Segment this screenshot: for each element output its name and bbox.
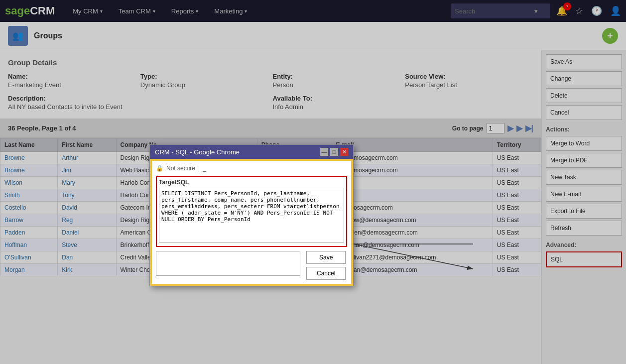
logo-sage: sage xyxy=(5,4,30,17)
logo-crm: CRM xyxy=(30,4,55,17)
delete-button[interactable]: Delete xyxy=(546,88,622,103)
detail-entity: Entity: Person xyxy=(273,73,401,89)
nav-item-reports[interactable]: Reports ▾ xyxy=(163,0,207,22)
close-button[interactable]: ✕ xyxy=(340,148,348,156)
not-secure-label: Not secure xyxy=(166,165,195,172)
minimize-button[interactable]: — xyxy=(320,148,328,156)
url-text: _ xyxy=(203,165,206,172)
sql-textarea-container: TargetSQL xyxy=(156,176,347,247)
next-page-icon[interactable]: ▶ xyxy=(516,123,522,133)
records-count: 36 People, Page 1 of 4 xyxy=(8,124,76,132)
sql-output xyxy=(156,251,300,276)
go-page-arrow[interactable]: ▶ xyxy=(507,123,513,133)
modal-title: CRM - SQL - Google Chrome xyxy=(155,148,240,156)
page-title: Groups xyxy=(34,31,62,40)
last-page-icon[interactable]: ▶| xyxy=(525,123,533,133)
available-to-value: Info Admin xyxy=(273,103,303,111)
logo: sage CRM xyxy=(5,4,55,17)
new-task-button[interactable]: New Task xyxy=(546,170,622,185)
top-nav: sage CRM My CRM ▾ Team CRM ▾ Reports ▾ M… xyxy=(0,0,626,22)
not-secure-icon: 🔒 xyxy=(156,165,163,172)
search-input[interactable] xyxy=(455,7,534,15)
entity-label: Entity: xyxy=(273,73,401,80)
detail-available-to: Available To: Info Admin xyxy=(273,95,534,111)
export-to-file-button[interactable]: Export to File xyxy=(546,204,622,219)
modal-save-button[interactable]: Save xyxy=(306,251,346,264)
nav-icons: 🔔 7 ☆ 🕐 👤 xyxy=(556,5,621,16)
type-label: Type: xyxy=(140,73,269,80)
section-title: Group Details xyxy=(8,58,533,67)
source-view-label: Source View: xyxy=(405,73,533,80)
search-container: ▾ xyxy=(451,3,550,18)
nav-item-marketing[interactable]: Marketing ▾ xyxy=(206,0,255,22)
new-email-button[interactable]: New E-mail xyxy=(546,187,622,202)
bell-icon[interactable]: 🔔 7 xyxy=(556,5,567,16)
page-number-input[interactable] xyxy=(487,123,504,133)
right-panel: Save As Change Delete Cancel Actions: Me… xyxy=(541,50,626,364)
modal-title-bar: CRM - SQL - Google Chrome — □ ✕ xyxy=(150,145,353,159)
maximize-button[interactable]: □ xyxy=(330,148,338,156)
detail-name: Name: E-marketing Event xyxy=(8,73,136,89)
source-view-value: Person Target List xyxy=(405,81,457,89)
star-icon[interactable]: ☆ xyxy=(575,5,583,16)
name-label: Name: xyxy=(8,73,136,80)
modal-controls: — □ ✕ xyxy=(320,148,348,156)
col-email: E-mail xyxy=(332,138,493,152)
add-button[interactable]: + xyxy=(602,28,618,44)
modal-dialog: CRM - SQL - Google Chrome — □ ✕ 🔒 Not se… xyxy=(149,144,354,286)
modal-cancel-button[interactable]: Cancel xyxy=(306,267,346,280)
sql-button[interactable]: SQL xyxy=(546,251,622,267)
chevron-down-icon: ▾ xyxy=(100,8,103,14)
save-as-button[interactable]: Save As xyxy=(546,54,622,69)
available-to-label: Available To: xyxy=(273,95,534,102)
chevron-down-icon[interactable]: ▾ xyxy=(534,7,538,15)
user-icon[interactable]: 👤 xyxy=(610,5,621,16)
type-value: Dynamic Group xyxy=(140,81,185,89)
notification-badge: 7 xyxy=(563,2,571,10)
detail-type: Type: Dynamic Group xyxy=(140,73,269,89)
nav-item-mycrm[interactable]: My CRM ▾ xyxy=(65,0,111,22)
col-first-name: First Name xyxy=(58,138,116,152)
merge-to-word-button[interactable]: Merge to Word xyxy=(546,136,622,151)
entity-value: Person xyxy=(273,81,293,89)
advanced-label: Advanced: xyxy=(546,242,622,248)
chevron-down-icon: ▾ xyxy=(196,8,198,14)
merge-to-pdf-button[interactable]: Merge to PDF xyxy=(546,153,622,168)
description-label: Description: xyxy=(8,95,269,102)
refresh-button[interactable]: Refresh xyxy=(546,221,622,236)
pagination: Go to page ▶ ▶ ▶| xyxy=(452,123,533,133)
clock-icon[interactable]: 🕐 xyxy=(591,5,602,16)
nav-item-teamcrm[interactable]: Team CRM ▾ xyxy=(111,0,163,22)
go-to-page-label: Go to page xyxy=(452,125,484,132)
sql-label: TargetSQL xyxy=(159,179,344,186)
modal-body: 🔒 Not secure | _ TargetSQL Save Cancel xyxy=(152,161,351,284)
detail-description: Description: All NY based Contacts to in… xyxy=(8,95,269,111)
col-last-name: Last Name xyxy=(0,138,58,152)
records-header: 36 People, Page 1 of 4 Go to page ▶ ▶ ▶| xyxy=(0,119,541,138)
description-value: All NY based Contacts to invite to Event xyxy=(8,103,123,111)
chevron-down-icon: ▾ xyxy=(245,8,247,14)
modal-url-bar: 🔒 Not secure | _ xyxy=(156,165,347,172)
name-value: E-marketing Event xyxy=(8,81,61,89)
group-details: Group Details Name: E-marketing Event Ty… xyxy=(0,50,541,119)
chevron-down-icon: ▾ xyxy=(153,8,155,14)
page-header: 👥 Groups + xyxy=(0,22,626,50)
actions-label: Actions: xyxy=(546,126,622,133)
change-button[interactable]: Change xyxy=(546,71,622,86)
groups-icon: 👥 xyxy=(8,26,28,46)
sql-input[interactable] xyxy=(159,188,344,243)
detail-source-view: Source View: Person Target List xyxy=(405,73,533,89)
cancel-button[interactable]: Cancel xyxy=(546,105,622,120)
col-territory: Territory xyxy=(493,138,541,152)
